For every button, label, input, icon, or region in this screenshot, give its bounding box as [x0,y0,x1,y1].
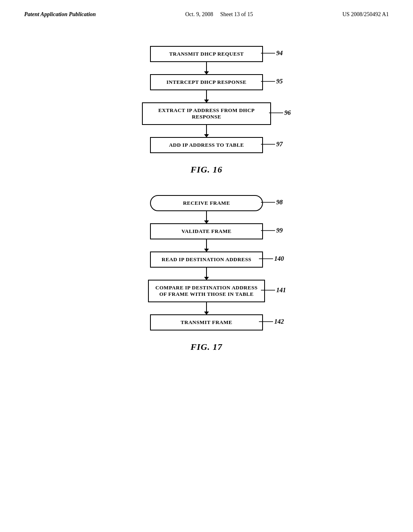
arrow-141-142 [206,302,207,314]
step-140-number: 140 [259,253,285,266]
step-95-number: 95 [261,75,285,89]
svg-text:99: 99 [276,227,283,234]
page: Patent Application Publication Oct. 9, 2… [0,0,413,532]
arrow-140-141 [206,268,207,280]
step-97-box: ADD IP ADDRESS TO TABLE [150,137,263,153]
step-95-box: INTERCEPT DHCP RESPONSE [150,74,263,90]
svg-text:96: 96 [284,109,291,116]
step-96-line-label: 96 [269,107,293,119]
svg-text:142: 142 [274,318,284,325]
svg-text:97: 97 [276,141,283,148]
step-99-box: VALIDATE FRAME [150,223,263,239]
step-96-number: 96 [269,107,293,121]
patent-number: US 2008/250492 A1 [342,11,389,18]
step-96-box: EXTRACT IP ADDRESS FROM DHCP RESPONSE [142,102,271,125]
arrow-95-96 [206,90,207,102]
step-99-line-label: 99 [261,224,285,237]
step-96-wrapper: EXTRACT IP ADDRESS FROM DHCP RESPONSE 96 [142,102,271,125]
publication-date-sheet: Oct. 9, 2008 Sheet 13 of 15 [185,11,253,18]
step-97-line-label: 97 [261,138,285,150]
fig17-diagram: RECEIVE FRAME 98 VALIDATE FRAME [148,195,265,352]
step-141-line-label: 141 [261,284,287,296]
step-97-wrapper: ADD IP ADDRESS TO TABLE 97 [150,137,263,153]
arrow-96-97 [206,125,207,137]
step-94-number: 94 [261,47,285,61]
step-98-number: 98 [261,196,285,210]
step-97-number: 97 [261,138,285,152]
step-142-line-label: 142 [259,316,285,328]
fig16-caption: FIG. 16 [190,164,222,175]
publication-date: Oct. 9, 2008 [185,11,213,17]
arrow-98-99 [206,211,207,223]
main-content: TRANSMIT DHCP REQUEST 94 INTERCEPT DHCP … [0,18,413,352]
fig17-caption: FIG. 17 [190,342,222,352]
step-94-box: TRANSMIT DHCP REQUEST [150,46,263,62]
step-94-label: TRANSMIT DHCP REQUEST [169,51,244,57]
publication-label: Patent Application Publication [24,11,96,18]
sheet-info: Sheet 13 of 15 [220,11,253,17]
step-95-wrapper: INTERCEPT DHCP RESPONSE 95 [150,74,263,90]
step-141-label-line1: COMPARE IP DESTINATION ADDRESS [155,285,257,291]
step-142-wrapper: TRANSMIT FRAME 142 [150,314,263,330]
svg-text:141: 141 [276,287,286,293]
svg-text:94: 94 [276,50,283,56]
step-95-label: INTERCEPT DHCP RESPONSE [167,79,246,85]
step-99-wrapper: VALIDATE FRAME 99 [150,223,263,239]
arrow-94-95 [206,62,207,74]
step-95-line-label: 95 [261,75,285,87]
step-96-label: EXTRACT IP ADDRESS FROM DHCP RESPONSE [158,107,254,120]
svg-text:98: 98 [276,199,283,206]
step-141-wrapper: COMPARE IP DESTINATION ADDRESS OF FRAME … [148,280,265,302]
step-98-box: RECEIVE FRAME [150,195,263,211]
step-142-box: TRANSMIT FRAME [150,314,263,330]
step-98-wrapper: RECEIVE FRAME 98 [150,195,263,211]
page-header: Patent Application Publication Oct. 9, 2… [0,0,413,18]
fig16-diagram: TRANSMIT DHCP REQUEST 94 INTERCEPT DHCP … [142,46,271,175]
step-99-number: 99 [261,224,285,238]
step-140-wrapper: READ IP DESTINATION ADDRESS 140 [150,251,263,268]
step-140-box: READ IP DESTINATION ADDRESS [150,251,263,268]
step-142-number: 142 [259,316,285,329]
step-94-line-label: 94 [261,47,285,59]
step-98-line-label: 98 [261,196,285,208]
step-141-box: COMPARE IP DESTINATION ADDRESS OF FRAME … [148,280,265,302]
step-141-label-line2: OF FRAME WITH THOSE IN TABLE [155,291,257,297]
svg-text:140: 140 [274,255,284,262]
step-94-wrapper: TRANSMIT DHCP REQUEST 94 [150,46,263,62]
step-97-label: ADD IP ADDRESS TO TABLE [169,142,244,148]
step-98-label: RECEIVE FRAME [183,200,230,206]
svg-text:95: 95 [276,78,283,85]
step-142-label: TRANSMIT FRAME [181,319,232,325]
step-141-number: 141 [261,284,287,298]
step-99-label: VALIDATE FRAME [181,228,232,234]
step-140-label: READ IP DESTINATION ADDRESS [162,256,251,262]
arrow-99-140 [206,239,207,251]
step-140-line-label: 140 [259,253,285,265]
